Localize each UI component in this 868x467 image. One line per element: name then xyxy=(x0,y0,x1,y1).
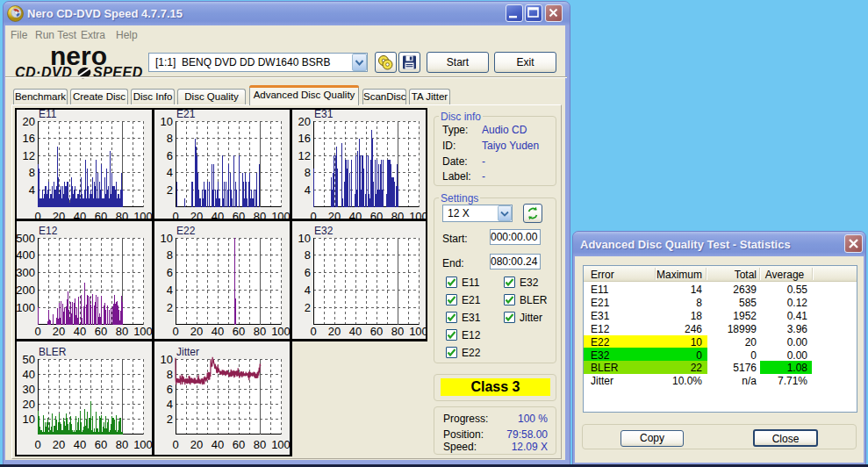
svg-text:0: 0 xyxy=(172,438,178,451)
svg-text:80: 80 xyxy=(116,325,128,338)
svg-text:E12: E12 xyxy=(39,225,58,237)
svg-text:60: 60 xyxy=(95,210,107,219)
svg-text:40: 40 xyxy=(212,210,224,219)
svg-text:40: 40 xyxy=(74,325,86,338)
svg-text:8: 8 xyxy=(167,368,173,381)
svg-text:16: 16 xyxy=(298,132,311,145)
svg-text:4: 4 xyxy=(167,284,173,297)
svg-text:6: 6 xyxy=(167,266,173,279)
svg-text:20: 20 xyxy=(190,438,203,451)
svg-text:60: 60 xyxy=(95,438,107,451)
svg-text:2: 2 xyxy=(167,301,173,314)
svg-text:4: 4 xyxy=(305,183,311,197)
svg-text:60: 60 xyxy=(95,325,107,338)
svg-text:20: 20 xyxy=(190,325,203,338)
svg-text:200: 200 xyxy=(17,284,35,297)
svg-text:6: 6 xyxy=(305,266,311,279)
svg-text:6: 6 xyxy=(167,149,173,162)
svg-text:6: 6 xyxy=(167,383,173,396)
svg-text:100: 100 xyxy=(17,301,35,314)
svg-text:100: 100 xyxy=(133,210,152,219)
svg-text:10: 10 xyxy=(161,232,173,245)
svg-text:80: 80 xyxy=(116,438,128,451)
svg-text:100: 100 xyxy=(271,438,290,451)
svg-text:20: 20 xyxy=(298,115,311,128)
svg-text:16: 16 xyxy=(23,132,35,145)
svg-text:80: 80 xyxy=(391,325,404,338)
svg-text:8: 8 xyxy=(29,166,35,179)
svg-text:50: 50 xyxy=(23,353,35,366)
svg-text:30: 30 xyxy=(23,383,35,396)
svg-text:80: 80 xyxy=(391,210,404,219)
svg-text:0: 0 xyxy=(172,210,178,219)
svg-text:20: 20 xyxy=(23,398,35,411)
svg-text:300: 300 xyxy=(17,266,35,279)
svg-text:8: 8 xyxy=(167,248,173,262)
svg-text:80: 80 xyxy=(254,438,266,451)
svg-text:80: 80 xyxy=(254,210,266,219)
svg-text:0: 0 xyxy=(34,210,40,219)
svg-text:60: 60 xyxy=(233,438,245,451)
svg-text:0: 0 xyxy=(172,325,178,338)
svg-text:100: 100 xyxy=(133,325,152,338)
svg-text:0: 0 xyxy=(34,325,40,338)
svg-text:40: 40 xyxy=(74,210,86,219)
svg-text:20: 20 xyxy=(53,325,65,338)
svg-text:12: 12 xyxy=(298,149,311,162)
svg-text:E22: E22 xyxy=(176,225,196,237)
svg-text:10: 10 xyxy=(23,413,35,426)
svg-text:60: 60 xyxy=(233,210,245,219)
svg-text:10: 10 xyxy=(161,353,173,366)
svg-text:100: 100 xyxy=(271,210,290,219)
svg-text:60: 60 xyxy=(233,325,245,338)
svg-text:4: 4 xyxy=(305,284,311,297)
svg-text:40: 40 xyxy=(212,438,224,451)
svg-text:20: 20 xyxy=(53,210,65,219)
svg-text:10: 10 xyxy=(161,115,173,128)
svg-text:2: 2 xyxy=(167,183,173,197)
svg-text:8: 8 xyxy=(305,248,311,262)
svg-text:E21: E21 xyxy=(176,110,196,120)
svg-text:40: 40 xyxy=(23,368,35,381)
svg-text:20: 20 xyxy=(328,210,341,219)
svg-text:40: 40 xyxy=(74,438,86,451)
svg-text:0: 0 xyxy=(310,325,316,338)
svg-text:60: 60 xyxy=(370,325,383,338)
svg-text:0: 0 xyxy=(310,210,316,219)
svg-text:40: 40 xyxy=(349,325,362,338)
svg-text:8: 8 xyxy=(167,132,173,145)
svg-text:100: 100 xyxy=(409,210,426,219)
svg-text:0: 0 xyxy=(34,438,40,451)
svg-text:20: 20 xyxy=(328,325,341,338)
svg-text:80: 80 xyxy=(254,325,266,338)
svg-text:60: 60 xyxy=(370,210,383,219)
svg-text:20: 20 xyxy=(23,115,35,128)
svg-text:20: 20 xyxy=(53,438,65,451)
svg-text:10: 10 xyxy=(298,232,311,245)
svg-text:400: 400 xyxy=(17,248,35,262)
svg-text:Jitter: Jitter xyxy=(176,346,199,358)
svg-text:E31: E31 xyxy=(314,110,334,120)
svg-text:100: 100 xyxy=(271,325,290,338)
svg-text:100: 100 xyxy=(409,325,426,338)
svg-text:4: 4 xyxy=(29,183,35,197)
svg-text:4: 4 xyxy=(167,166,173,179)
svg-text:40: 40 xyxy=(349,210,362,219)
svg-text:20: 20 xyxy=(190,210,203,219)
svg-text:40: 40 xyxy=(212,325,224,338)
svg-text:80: 80 xyxy=(116,210,128,219)
svg-text:E11: E11 xyxy=(39,110,57,120)
svg-text:12: 12 xyxy=(23,149,35,162)
svg-text:E32: E32 xyxy=(314,225,334,237)
svg-text:100: 100 xyxy=(133,438,152,451)
svg-text:2: 2 xyxy=(167,413,173,426)
svg-text:BLER: BLER xyxy=(39,346,67,358)
svg-text:8: 8 xyxy=(305,166,311,179)
svg-text:2: 2 xyxy=(305,301,311,314)
svg-text:4: 4 xyxy=(167,398,173,411)
svg-text:500: 500 xyxy=(17,232,35,245)
